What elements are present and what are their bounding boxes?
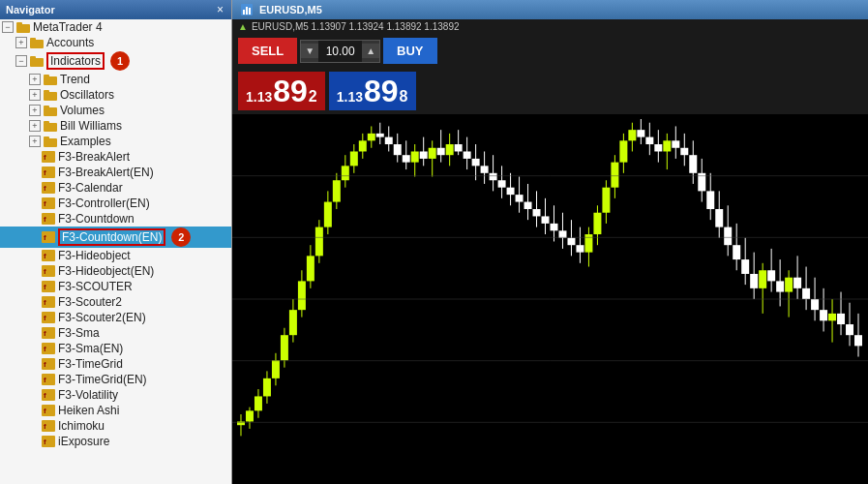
- navigator-titlebar: Navigator ×: [0, 0, 231, 19]
- sell-price-box[interactable]: 1.13 89 2: [238, 72, 325, 110]
- expand-btn-mt4[interactable]: −: [2, 21, 14, 33]
- svg-rect-0: [16, 24, 30, 33]
- indicator-icon-f3-countdown-en: f: [41, 230, 56, 244]
- indicator-icon-f3-sma-en: f: [41, 342, 56, 355]
- indicator-icon-f3-hideobject: f: [41, 249, 56, 262]
- buy-price-sup: 8: [400, 89, 408, 105]
- sell-price-sup: 2: [309, 89, 317, 105]
- item-label-trend: Trend: [60, 73, 90, 86]
- folder-icon-examples: [43, 135, 58, 148]
- navigator-close-button[interactable]: ×: [215, 3, 225, 16]
- svg-rect-15: [44, 136, 49, 139]
- lot-increase-button[interactable]: ▲: [362, 44, 379, 58]
- svg-text:f: f: [44, 329, 46, 338]
- svg-rect-56: [246, 7, 248, 15]
- tree-item-mt4[interactable]: − MetaTrader 4: [0, 19, 231, 35]
- expand-btn-accounts[interactable]: +: [15, 37, 27, 48]
- navigator-title: Navigator: [6, 4, 55, 15]
- tree-item-heiken-ashi[interactable]: f Heiken Ashi: [0, 403, 231, 418]
- item-label-f3-controller-en: F3-Controller(EN): [58, 197, 150, 210]
- item-label-f3-sma-en: F3-Sma(EN): [58, 342, 123, 355]
- tree-item-volumes[interactable]: + Volumes: [0, 103, 231, 118]
- expand-btn-volumes[interactable]: +: [29, 105, 41, 116]
- item-label-ichimoku: Ichimoku: [58, 419, 105, 433]
- tree-item-iexposure[interactable]: f iExposure: [0, 434, 231, 449]
- svg-rect-5: [30, 56, 36, 59]
- tree-item-f3-hideobject[interactable]: f F3-Hideobject: [0, 248, 231, 263]
- svg-rect-14: [44, 138, 57, 147]
- item-label-f3-calendar: F3-Calendar: [58, 181, 123, 195]
- indicator-icon-f3-calendar: f: [41, 181, 56, 195]
- indicator-icon-f3-breakalert-en: f: [41, 166, 56, 179]
- navigator-tree: − MetaTrader 4+ Accounts− Indicators1+ T…: [0, 19, 231, 484]
- tree-item-oscillators[interactable]: + Oscillators: [0, 87, 231, 103]
- lot-decrease-button[interactable]: ▼: [301, 44, 318, 58]
- indicator-icon-f3-controller-en: f: [41, 197, 56, 210]
- tree-item-f3-controller-en[interactable]: f F3-Controller(EN): [0, 196, 231, 211]
- tree-item-f3-scouter2[interactable]: f F3-Scouter2: [0, 294, 231, 310]
- tree-item-f3-sma-en[interactable]: f F3-Sma(EN): [0, 341, 231, 356]
- tree-item-f3-volatility[interactable]: f F3-Volatility: [0, 387, 231, 403]
- buy-price-box[interactable]: 1.13 89 8: [329, 72, 416, 110]
- sell-price-main: 89: [273, 76, 308, 106]
- indicator-icon-f3-timegrid-en: f: [41, 373, 56, 386]
- tree-item-billwilliams[interactable]: + Bill Williams: [0, 118, 231, 134]
- indicator-icon-f3-scouter2: f: [41, 295, 56, 309]
- svg-rect-7: [44, 75, 49, 77]
- tree-item-trend[interactable]: + Trend: [0, 72, 231, 87]
- svg-text:f: f: [44, 283, 46, 291]
- tree-item-accounts[interactable]: + Accounts: [0, 35, 231, 50]
- chart-titlebar: EURUSD,M5: [232, 0, 868, 19]
- indicator-icon-f3-scouter: f: [41, 280, 56, 293]
- svg-rect-9: [44, 90, 49, 93]
- item-label-examples: Examples: [60, 135, 111, 148]
- svg-text:f: f: [44, 438, 46, 446]
- item-label-accounts: Accounts: [46, 36, 94, 49]
- item-label-f3-breakalert-en: F3-BreakAlert(EN): [58, 166, 154, 179]
- svg-text:f: f: [44, 314, 46, 322]
- chart-header: ▲ EURUSD,M5 1.13907 1.13924 1.13892 1.13…: [232, 19, 868, 34]
- tree-item-f3-breakalert-en[interactable]: f F3-BreakAlert(EN): [0, 165, 231, 180]
- tree-item-f3-timegrid-en[interactable]: f F3-TimeGrid(EN): [0, 372, 231, 387]
- svg-text:f: f: [44, 153, 46, 162]
- tree-item-f3-calendar[interactable]: f F3-Calendar: [0, 180, 231, 196]
- buy-button[interactable]: BUY: [383, 38, 436, 64]
- chart-window-icon: [240, 3, 254, 16]
- tree-item-f3-timegrid[interactable]: f F3-TimeGrid: [0, 356, 231, 372]
- chart-canvas: [232, 114, 868, 484]
- expand-btn-examples[interactable]: +: [29, 136, 41, 147]
- expand-btn-oscillators[interactable]: +: [29, 89, 41, 101]
- tree-item-f3-breakalert[interactable]: f F3-BreakAlert: [0, 149, 231, 165]
- tree-item-f3-countdown[interactable]: f F3-Countdown: [0, 211, 231, 227]
- tree-item-f3-sma[interactable]: f F3-Sma: [0, 325, 231, 341]
- svg-rect-8: [44, 92, 57, 101]
- svg-rect-11: [44, 106, 49, 108]
- svg-rect-55: [243, 10, 245, 15]
- item-label-f3-countdown-en: F3-Countdown(EN): [58, 228, 165, 246]
- sell-button[interactable]: SELL: [238, 38, 297, 64]
- indicator-icon-f3-hideobject-en: f: [41, 264, 56, 278]
- svg-text:f: f: [44, 376, 46, 384]
- svg-text:f: f: [44, 345, 46, 353]
- tree-item-f3-scouter2-en[interactable]: f F3-Scouter2(EN): [0, 310, 231, 325]
- buy-price-main: 89: [364, 76, 399, 106]
- badge-2: 2: [171, 227, 191, 247]
- sell-price-prefix: 1.13: [246, 89, 272, 105]
- tree-item-indicators[interactable]: − Indicators1: [0, 50, 231, 72]
- expand-btn-billwilliams[interactable]: +: [29, 120, 41, 132]
- indicator-icon-f3-sma: f: [41, 326, 56, 340]
- price-display: 1.13 89 2 1.13 89 8: [232, 68, 868, 114]
- tree-item-f3-scouter[interactable]: f F3-SCOUTER: [0, 279, 231, 294]
- tree-item-examples[interactable]: + Examples: [0, 134, 231, 149]
- tree-item-f3-hideobject-en[interactable]: f F3-Hideobject(EN): [0, 263, 231, 279]
- tree-item-ichimoku[interactable]: f Ichimoku: [0, 418, 231, 434]
- item-label-volumes: Volumes: [60, 104, 105, 117]
- expand-btn-trend[interactable]: +: [29, 74, 41, 85]
- svg-rect-12: [44, 123, 57, 132]
- expand-btn-indicators[interactable]: −: [15, 55, 27, 67]
- svg-rect-10: [44, 107, 57, 116]
- lot-input[interactable]: [318, 41, 362, 62]
- tree-item-f3-countdown-en[interactable]: f F3-Countdown(EN)2: [0, 227, 231, 248]
- item-label-f3-sma: F3-Sma: [58, 326, 100, 340]
- indicator-icon-f3-breakalert: f: [41, 150, 56, 164]
